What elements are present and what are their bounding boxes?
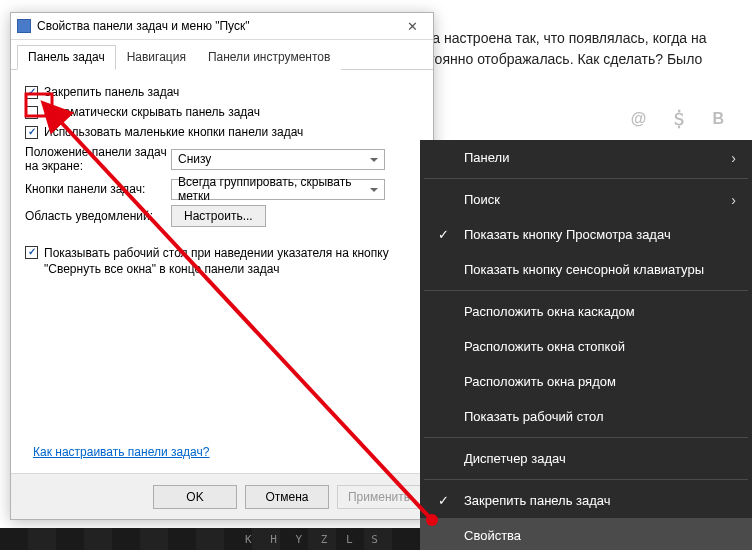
chevron-right-icon: ›	[731, 192, 736, 208]
label-taskbar-buttons: Кнопки панели задач:	[25, 182, 171, 196]
label-position: Положение панели задач на экране:	[25, 145, 171, 174]
cancel-button[interactable]: Отмена	[245, 485, 329, 509]
menu-item-panels[interactable]: Панели ›	[420, 140, 752, 175]
window-icon	[17, 19, 31, 33]
checkbox-autohide-taskbar[interactable]	[25, 106, 38, 119]
menu-item-show-taskview[interactable]: Показать кнопку Просмотра задач	[420, 217, 752, 252]
dialog-body: Закрепить панель задач Автоматически скр…	[11, 70, 433, 289]
ok-button[interactable]: OK	[153, 485, 237, 509]
taskbar-context-menu: Панели › Поиск › Показать кнопку Просмот…	[420, 140, 752, 550]
menu-item-search[interactable]: Поиск ›	[420, 182, 752, 217]
menu-item-properties[interactable]: Свойства	[420, 518, 752, 550]
menu-item-stack-windows[interactable]: Расположить окна стопкой	[420, 329, 752, 364]
menu-separator	[424, 178, 748, 179]
ok-icon: Ṩ	[674, 110, 684, 129]
apply-button: Применить	[337, 485, 421, 509]
checkbox-peek-desktop[interactable]	[25, 246, 38, 259]
menu-separator	[424, 437, 748, 438]
chevron-right-icon: ›	[731, 150, 736, 166]
label-autohide-taskbar[interactable]: Автоматически скрывать панель задач	[44, 105, 260, 119]
menu-item-lock-taskbar[interactable]: Закрепить панель задач	[420, 483, 752, 518]
background-text: была настроена так, что появлялась, когд…	[406, 28, 742, 70]
menu-item-task-manager[interactable]: Диспетчер задач	[420, 441, 752, 476]
tab-toolbars[interactable]: Панели инструментов	[197, 45, 341, 70]
social-icons: @ Ṩ В	[631, 110, 724, 129]
label-notification-area: Область уведомлений:	[25, 209, 171, 223]
label-lock-taskbar[interactable]: Закрепить панель задач	[44, 85, 179, 99]
menu-item-show-desktop[interactable]: Показать рабочий стол	[420, 399, 752, 434]
vk-icon: В	[712, 110, 724, 129]
menu-item-show-touch-keyboard[interactable]: Показать кнопку сенсорной клавиатуры	[420, 252, 752, 287]
menu-separator	[424, 479, 748, 480]
tab-strip: Панель задач Навигация Панели инструмент…	[11, 40, 433, 70]
label-small-buttons[interactable]: Использовать маленькие кнопки панели зад…	[44, 125, 303, 139]
at-icon: @	[631, 110, 647, 129]
checkbox-small-buttons[interactable]	[25, 126, 38, 139]
checkbox-lock-taskbar[interactable]	[25, 86, 38, 99]
menu-item-sidebyside-windows[interactable]: Расположить окна рядом	[420, 364, 752, 399]
dialog-title: Свойства панели задач и меню "Пуск"	[37, 19, 397, 33]
menu-item-cascade-windows[interactable]: Расположить окна каскадом	[420, 294, 752, 329]
close-button[interactable]: ✕	[397, 16, 427, 36]
select-taskbar-buttons[interactable]: Всегда группировать, скрывать метки	[171, 179, 385, 200]
label-peek-desktop[interactable]: Показывать рабочий стол при наведении ук…	[44, 245, 419, 277]
customize-button[interactable]: Настроить...	[171, 205, 266, 227]
dialog-button-bar: OK Отмена Применить	[11, 473, 433, 519]
taskbar-label: K H Y Z L S	[245, 533, 384, 546]
menu-separator	[424, 290, 748, 291]
tab-taskbar[interactable]: Панель задач	[17, 45, 116, 70]
dialog-titlebar[interactable]: Свойства панели задач и меню "Пуск" ✕	[11, 13, 433, 40]
tab-navigation[interactable]: Навигация	[116, 45, 197, 70]
select-position[interactable]: Снизу	[171, 149, 385, 170]
help-link[interactable]: Как настраивать панели задач?	[33, 445, 209, 459]
taskbar-properties-dialog: Свойства панели задач и меню "Пуск" ✕ Па…	[10, 12, 434, 520]
